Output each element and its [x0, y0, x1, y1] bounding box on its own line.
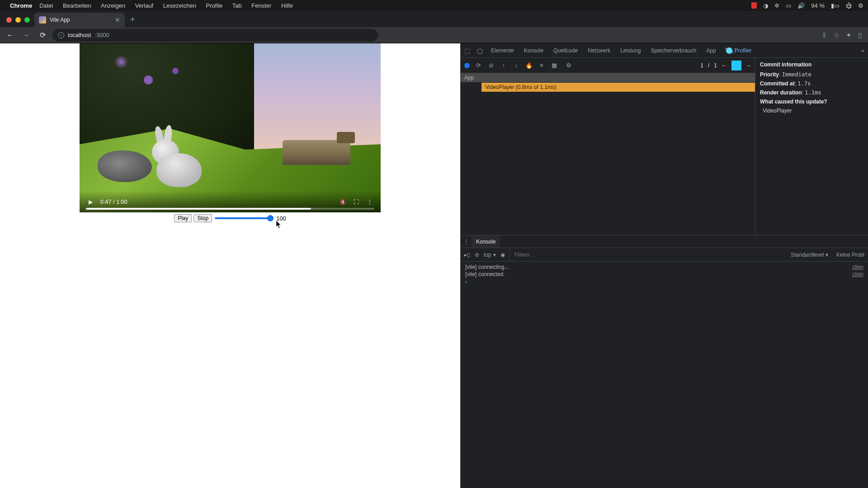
volume-value: 100	[276, 215, 286, 222]
video-more-icon[interactable]: ⋮	[366, 199, 373, 205]
console-line[interactable]: [vite] connected.clien	[461, 271, 868, 278]
profiler-record-button[interactable]	[464, 63, 470, 68]
extensions-icon[interactable]: ✦	[846, 31, 852, 39]
console-live-expr-icon[interactable]: ◉	[500, 252, 505, 258]
console-line[interactable]: [vite] connecting...clien	[461, 263, 868, 271]
tab-console[interactable]: Konsole	[519, 43, 548, 57]
console-context-selector[interactable]: top ▾	[484, 252, 496, 258]
address-bar[interactable]: i localhost:3000	[52, 29, 378, 42]
console-drawer-tabs: ⋮ Konsole	[461, 235, 868, 248]
status-toggle-icon[interactable]: ⏻	[846, 2, 852, 9]
commit-info-panel: Commit information Priority: Immediate C…	[755, 58, 868, 235]
page-viewport: ▶ 0:47 / 1:00 🔇 ⛶ ⋮ Play Stop 100	[0, 43, 460, 488]
tab-react-profiler[interactable]: Profiler	[721, 43, 757, 57]
drawer-menu-icon[interactable]: ⋮	[461, 239, 472, 245]
site-info-icon[interactable]: i	[58, 32, 64, 38]
profiler-upload-icon[interactable]: ↑	[500, 62, 508, 69]
video-player-container: ▶ 0:47 / 1:00 🔇 ⛶ ⋮ Play Stop 100	[80, 43, 381, 222]
flamegraph: App VideoPlayer (0.8ms of 1.1ms)	[461, 73, 755, 92]
profiler-clear-icon[interactable]: ⊘	[487, 62, 495, 69]
status-recording-icon[interactable]	[751, 2, 757, 9]
bookmark-star-icon[interactable]: ☆	[834, 31, 840, 39]
tab-performance[interactable]: Leistung	[615, 43, 646, 57]
console-source-link[interactable]: clien	[852, 264, 863, 270]
status-control-center-icon[interactable]: ⚙	[858, 2, 863, 9]
window-close-button[interactable]	[6, 17, 12, 23]
overflow-icon[interactable]: ▯	[858, 31, 862, 39]
profiler-timeline-icon[interactable]: ▦	[550, 62, 558, 69]
pager-total: 1	[714, 62, 717, 69]
menu-view[interactable]: Anzeigen	[101, 2, 125, 9]
url-port: :3000	[94, 32, 109, 38]
status-sync-icon[interactable]: ◑	[763, 2, 768, 9]
menu-tab[interactable]: Tab	[232, 2, 242, 9]
console-issues-label: Keine Probl	[836, 252, 864, 258]
tab-memory[interactable]: Speicherverbrauch	[646, 43, 702, 57]
video-play-icon[interactable]: ▶	[87, 199, 94, 205]
pager-prev-icon[interactable]: ←	[722, 62, 727, 69]
console-prompt[interactable]: ›	[461, 278, 868, 286]
video-element[interactable]: ▶ 0:47 / 1:00 🔇 ⛶ ⋮	[80, 43, 381, 212]
status-battery-icon[interactable]: ▮▭	[831, 2, 840, 9]
drawer-tab-console[interactable]: Konsole	[472, 235, 500, 248]
profiler-ranked-icon[interactable]: ≡	[538, 62, 546, 69]
device-toggle-icon[interactable]: ▢	[473, 47, 486, 54]
menu-profiles[interactable]: Profile	[206, 2, 222, 9]
window-zoom-button[interactable]	[24, 17, 30, 23]
pager-current: 1	[700, 62, 703, 69]
stop-button[interactable]: Stop	[193, 214, 212, 222]
nav-reload-button[interactable]: ⟳	[36, 31, 49, 39]
tab-sources[interactable]: Quellcode	[548, 43, 583, 57]
menu-file[interactable]: Datei	[39, 2, 53, 9]
window-minimize-button[interactable]	[15, 17, 21, 23]
status-dropbox-icon[interactable]: ✲	[774, 2, 779, 9]
menu-history[interactable]: Verlauf	[135, 2, 153, 9]
menu-window[interactable]: Fenster	[251, 2, 271, 9]
tab-network[interactable]: Netzwerk	[583, 43, 615, 57]
share-icon[interactable]: ⇪	[821, 31, 827, 39]
profiler-download-icon[interactable]: ↓	[512, 62, 520, 69]
menu-edit[interactable]: Bearbeiten	[63, 2, 91, 9]
tab-close-icon[interactable]: ✕	[115, 16, 120, 23]
video-frame-art	[80, 43, 381, 212]
workspace: ▶ 0:47 / 1:00 🔇 ⛶ ⋮ Play Stop 100	[0, 43, 868, 488]
profiler-toolbar: ⟳ ⊘ ↑ ↓ 🔥 ≡ ▦ ⚙ 1 / 1 ← →	[461, 58, 755, 73]
menu-bookmarks[interactable]: Lesezeichen	[163, 2, 196, 9]
console-sidebar-icon[interactable]: ▸▯	[464, 252, 470, 258]
nav-forward-button[interactable]: →	[20, 31, 33, 39]
console-source-link[interactable]: clien	[852, 271, 863, 277]
flame-bar-app[interactable]: App	[461, 73, 755, 82]
console-clear-icon[interactable]: ⊘	[475, 252, 479, 258]
video-mute-icon[interactable]: 🔇	[339, 199, 346, 205]
tabs-overflow-icon[interactable]: »	[858, 47, 868, 54]
video-fullscreen-icon[interactable]: ⛶	[353, 199, 360, 205]
commit-render-duration: 1.1ms	[805, 89, 821, 96]
profiler-flamegraph-icon[interactable]: 🔥	[525, 62, 533, 69]
browser-tab[interactable]: Vite App ✕	[34, 13, 125, 27]
nav-back-button[interactable]: ←	[4, 31, 16, 39]
pager-next-icon[interactable]: →	[746, 62, 751, 69]
status-battery-text: 94 %	[811, 2, 825, 9]
flame-bar-videoplayer[interactable]: VideoPlayer (0.8ms of 1.1ms)	[481, 83, 755, 92]
new-tab-button[interactable]: +	[125, 15, 141, 27]
tab-application[interactable]: App	[701, 43, 721, 57]
commit-cause[interactable]: VideoPlayer	[760, 108, 863, 114]
profiler-settings-icon[interactable]: ⚙	[565, 62, 573, 69]
play-button[interactable]: Play	[174, 214, 192, 222]
console-toolbar: ▸▯ ⊘ top ▾ ◉ Standardlevel ▾ Keine Probl	[461, 248, 868, 262]
profiler-reload-icon[interactable]: ⟳	[474, 62, 482, 69]
commit-swatch[interactable]	[731, 61, 741, 70]
devtools-tabbar: ⬚ ▢ Elemente Konsole Quellcode Netzwerk …	[461, 43, 868, 58]
status-display-icon[interactable]: ▭	[786, 2, 791, 9]
video-progress-bar[interactable]	[86, 208, 374, 210]
custom-controls-row: Play Stop 100	[80, 214, 381, 222]
tab-elements[interactable]: Elemente	[486, 43, 519, 57]
console-drawer: ⋮ Konsole ▸▯ ⊘ top ▾ ◉ Standardlevel ▾ K…	[461, 235, 868, 488]
console-level-selector[interactable]: Standardlevel ▾	[791, 252, 832, 258]
active-app-name[interactable]: Chrome	[10, 2, 32, 9]
console-filter-input[interactable]	[509, 248, 787, 261]
element-picker-icon[interactable]: ⬚	[461, 47, 473, 54]
volume-slider[interactable]	[215, 215, 274, 221]
menu-help[interactable]: Hilfe	[281, 2, 293, 9]
status-volume-icon[interactable]: 🔊	[797, 2, 805, 9]
